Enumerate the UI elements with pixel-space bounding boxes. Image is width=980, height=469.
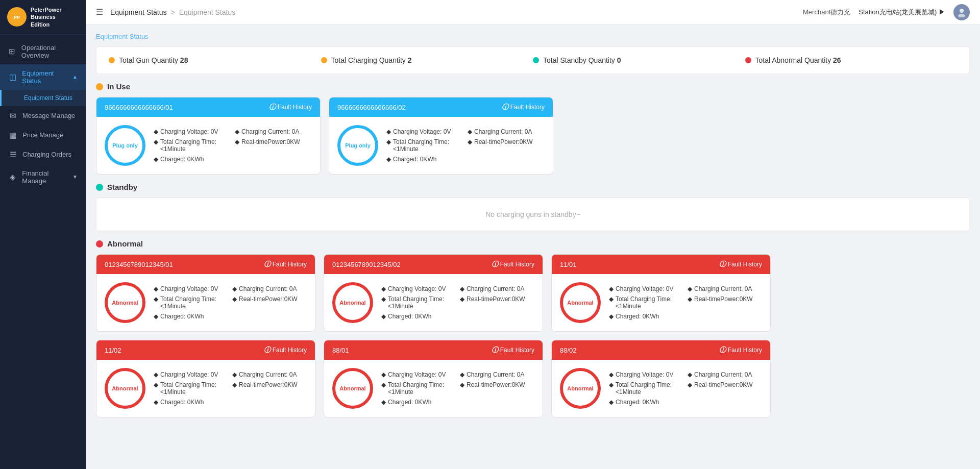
- sidebar-item-message-manage[interactable]: ✉ Message Manage: [0, 106, 86, 126]
- stat-item: ◆Total Charging Time: <1Minute: [154, 295, 228, 310]
- stat-label: Real-timePower:0KW: [694, 295, 753, 303]
- section-header-standby: Standby: [96, 183, 970, 191]
- power-icon: ◆: [460, 295, 464, 303]
- card-header-1: 9666666666666666/01 ⓘ Fault History: [96, 97, 320, 117]
- stat-label: Total Charging Time: <1Minute: [393, 138, 463, 153]
- abnormal-card-stats-3: ◆Charging Voltage: 0V ◆Charging Current:…: [609, 285, 762, 320]
- stat-label: Charging Current: 0A: [467, 285, 524, 292]
- abnormal-card-3: 11/01 ⓘ Fault History Abnormal ◆Charging…: [551, 254, 771, 332]
- stat-item: ◆ Charging Current: 0A: [235, 128, 312, 135]
- abnormal-gauge-label-3: Abnormal: [567, 300, 593, 306]
- stat-item: ◆Charging Voltage: 0V: [609, 371, 683, 378]
- time-icon: ◆: [154, 138, 158, 145]
- sidebar-item-label: Price Manage: [22, 131, 63, 139]
- summary-total-abnormal: Total Abnormal Quantity 26: [745, 56, 958, 64]
- sidebar-sub-item-label: Equipment Status: [24, 94, 72, 102]
- stat-label: Real-timePower:0KW: [239, 295, 298, 303]
- sidebar-item-equipment-status[interactable]: ◫ Equipment Status ▲: [0, 64, 86, 90]
- power-icon: ◆: [468, 138, 472, 145]
- fault-history-link-abn-5[interactable]: ⓘ Fault History: [492, 345, 534, 355]
- voltage-icon: ◆: [381, 371, 386, 378]
- stat-label: Real-timePower:0KW: [239, 381, 298, 388]
- stat-label: Total Charging Time: <1Minute: [160, 295, 228, 310]
- stat-label: Total Charging Time: <1Minute: [160, 138, 231, 153]
- stat-item: ◆ Real-timePower:0KW: [468, 138, 545, 153]
- stat-item: ◆Charging Current: 0A: [460, 371, 534, 378]
- main-area: ☰ Equipment Status > Equipment Status Me…: [86, 0, 980, 469]
- section-header-in-use: In Use: [96, 82, 970, 91]
- stat-item: ◆Real-timePower:0KW: [232, 381, 307, 396]
- dot-total-standby: [533, 57, 539, 63]
- avatar[interactable]: [953, 4, 970, 20]
- time-icon: ◆: [609, 381, 614, 388]
- sidebar-item-financial-manage[interactable]: ◈ Financial Manage ▼: [0, 164, 86, 190]
- card-id-2: 9666666666666666/02: [337, 104, 406, 111]
- stat-label: Charging Current: 0A: [239, 285, 297, 292]
- plug-icon: ◆: [154, 128, 158, 135]
- in-use-cards-grid: 9666666666666666/01 ⓘ Fault History Plug…: [96, 97, 970, 175]
- abnormal-card-body-3: Abnormal ◆Charging Voltage: 0V ◆Charging…: [552, 274, 770, 331]
- fault-history-link-abn-6[interactable]: ⓘ Fault History: [719, 345, 762, 355]
- fault-history-link-2[interactable]: ⓘ Fault History: [502, 103, 545, 112]
- fault-history-link-abn-4[interactable]: ⓘ Fault History: [264, 345, 307, 355]
- stat-item: ◆ Total Charging Time: <1Minute: [386, 138, 463, 153]
- current-icon: ◆: [232, 285, 237, 292]
- fault-history-link-abn-3[interactable]: ⓘ Fault History: [719, 260, 762, 269]
- stat-label: Charged: 0KWh: [388, 313, 431, 320]
- abnormal-card-header-5: 88/01 ⓘ Fault History: [324, 340, 543, 360]
- charged-icon: ◆: [609, 313, 614, 320]
- sidebar-item-operational-overview[interactable]: ⊞ Operational Overview: [0, 39, 86, 64]
- abnormal-card-id-4: 11/02: [105, 347, 121, 354]
- abnormal-card-body-2: Abnormal ◆Charging Voltage: 0V ◆Charging…: [324, 274, 543, 331]
- voltage-icon: ◆: [154, 371, 158, 378]
- time-icon: ◆: [381, 295, 386, 303]
- stat-item: ◆ Charged: 0KWh: [154, 156, 231, 163]
- power-icon: ◆: [232, 295, 237, 303]
- card-body-1: Plug only ◆ Charging Voltage: 0V ◆ Charg…: [96, 117, 320, 174]
- sidebar-item-label: Operational Overview: [21, 44, 78, 59]
- fault-history-link-1[interactable]: ⓘ Fault History: [269, 103, 312, 112]
- stat-item: ◆ Charging Voltage: 0V: [154, 128, 231, 135]
- info-icon-abn-2: ⓘ: [492, 260, 498, 269]
- stat-label: Charged: 0KWh: [160, 156, 204, 163]
- info-icon-abn-6: ⓘ: [719, 345, 726, 355]
- abnormal-gauge-label-6: Abnormal: [567, 385, 593, 391]
- stat-label: Charging Current: 0A: [694, 285, 752, 292]
- abnormal-gauge-1: Abnormal: [105, 282, 145, 323]
- abnormal-card-header-6: 88/02 ⓘ Fault History: [552, 340, 770, 360]
- fault-history-link-abn-1[interactable]: ⓘ Fault History: [264, 260, 307, 269]
- sidebar-item-price-manage[interactable]: ▦ Price Manage: [0, 126, 86, 145]
- section-label-abnormal: Abnormal: [107, 239, 143, 248]
- stat-item: ◆ Total Charging Time: <1Minute: [154, 138, 231, 153]
- station-selector[interactable]: Station充电站(龙美展览城) ▶: [859, 8, 945, 17]
- abnormal-gauge-3: Abnormal: [560, 282, 601, 323]
- stat-item: ◆Charging Current: 0A: [688, 371, 762, 378]
- stat-label: Charging Voltage: 0V: [616, 371, 673, 378]
- current-icon: ◆: [688, 285, 692, 292]
- message-icon: ✉: [8, 111, 17, 120]
- stat-label: Charging Current: 0A: [241, 128, 299, 135]
- time-icon: ◆: [154, 295, 158, 303]
- summary-total-gun-label: Total Gun Quantity 28: [119, 56, 188, 64]
- stat-label: Charging Current: 0A: [474, 128, 532, 135]
- stat-label: Total Charging Time: <1Minute: [616, 381, 683, 396]
- card-body-2: Plug only ◆ Charging Voltage: 0V ◆ Charg…: [329, 117, 553, 174]
- abnormal-card-id-1: 0123456789012345/01: [105, 261, 173, 268]
- abnormal-card-stats-6: ◆Charging Voltage: 0V ◆Charging Current:…: [609, 371, 762, 406]
- charged-icon: ◆: [154, 156, 158, 163]
- stat-label: Charged: 0KWh: [160, 313, 204, 320]
- stat-label: Total Charging Time: <1Minute: [388, 381, 456, 396]
- power-icon: ◆: [688, 295, 692, 303]
- sidebar-item-equipment-status-sub[interactable]: Equipment Status: [0, 90, 86, 106]
- topbar: ☰ Equipment Status > Equipment Status Me…: [86, 0, 980, 24]
- fault-history-link-abn-2[interactable]: ⓘ Fault History: [492, 260, 534, 269]
- stat-item: ◆Real-timePower:0KW: [232, 295, 307, 310]
- stat-label: Total Charging Time: <1Minute: [388, 295, 456, 310]
- menu-toggle-icon[interactable]: ☰: [96, 7, 103, 17]
- sidebar-item-charging-orders[interactable]: ☰ Charging Orders: [0, 145, 86, 164]
- current-icon: ◆: [232, 371, 237, 378]
- stat-label: Charging Current: 0A: [467, 371, 524, 378]
- svg-point-2: [960, 9, 964, 13]
- stat-item: ◆Charged: 0KWh: [381, 313, 456, 320]
- abnormal-gauge-label-1: Abnormal: [112, 300, 138, 306]
